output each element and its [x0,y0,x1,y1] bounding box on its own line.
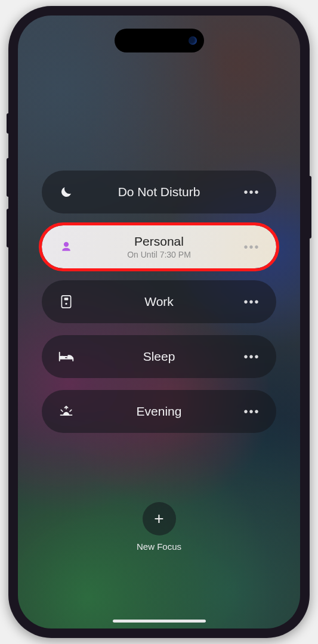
volume-up-button [7,158,10,197]
focus-label-wrap: Work [75,294,243,309]
svg-point-2 [65,303,67,305]
focus-label: Evening [137,404,182,419]
focus-personal[interactable]: Personal On Until 7:30 PM ••• [42,225,276,268]
new-focus: + New Focus [137,502,181,552]
focus-work[interactable]: Work ••• [42,280,276,323]
focus-label-wrap: Do Not Disturb [75,184,243,199]
focus-label: Do Not Disturb [118,184,200,199]
focus-subtitle: On Until 7:30 PM [127,250,191,260]
focus-label: Personal [134,234,184,249]
focus-label-wrap: Personal On Until 7:30 PM [75,234,243,260]
volume-down-button [7,209,10,247]
sunset-icon [57,405,75,417]
more-icon[interactable]: ••• [243,295,261,309]
more-icon[interactable]: ••• [243,240,261,254]
screen: Do Not Disturb ••• Personal On Until 7:3… [18,16,300,628]
focus-sleep[interactable]: Sleep ••• [42,335,276,378]
badge-icon [57,295,75,308]
phone-frame: Do Not Disturb ••• Personal On Until 7:3… [8,6,310,638]
focus-label-wrap: Evening [75,404,243,419]
side-button [7,113,10,134]
new-focus-label: New Focus [137,541,181,552]
power-button [308,176,311,239]
focus-label-wrap: Sleep [75,349,243,364]
focus-evening[interactable]: Evening ••• [42,390,276,433]
svg-rect-1 [64,298,69,300]
home-indicator[interactable] [113,620,206,623]
moon-icon [57,185,75,199]
person-icon [57,241,75,253]
plus-icon: + [154,509,163,528]
focus-do-not-disturb[interactable]: Do Not Disturb ••• [42,171,276,213]
focus-list: Do Not Disturb ••• Personal On Until 7:3… [18,16,300,628]
focus-label: Sleep [143,349,175,364]
more-icon[interactable]: ••• [243,350,261,364]
svg-rect-0 [61,296,70,308]
more-icon[interactable]: ••• [243,405,261,419]
bed-icon [57,351,75,362]
focus-label: Work [144,294,174,309]
new-focus-button[interactable]: + [143,502,176,535]
more-icon[interactable]: ••• [243,185,261,199]
